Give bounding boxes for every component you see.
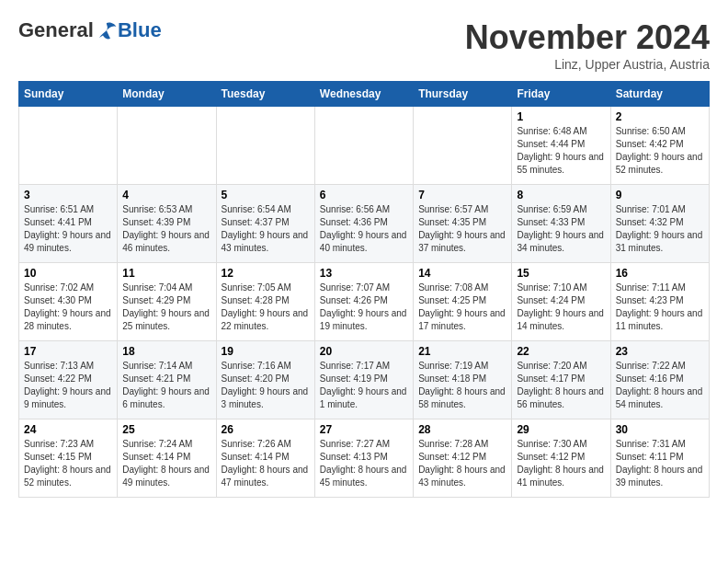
day-info: Sunrise: 6:48 AM Sunset: 4:44 PM Dayligh… <box>517 125 605 177</box>
day-cell: 6Sunrise: 6:56 AM Sunset: 4:36 PM Daylig… <box>314 185 413 263</box>
day-info: Sunrise: 7:13 AM Sunset: 4:22 PM Dayligh… <box>24 360 112 411</box>
day-cell: 12Sunrise: 7:05 AM Sunset: 4:28 PM Dayli… <box>216 263 314 341</box>
week-row-3: 10Sunrise: 7:02 AM Sunset: 4:30 PM Dayli… <box>19 263 710 341</box>
day-info: Sunrise: 7:26 AM Sunset: 4:14 PM Dayligh… <box>222 438 310 489</box>
week-row-5: 24Sunrise: 7:23 AM Sunset: 4:15 PM Dayli… <box>19 419 710 498</box>
day-number: 29 <box>517 423 605 436</box>
day-cell: 9Sunrise: 7:01 AM Sunset: 4:32 PM Daylig… <box>610 185 709 263</box>
day-info: Sunrise: 7:31 AM Sunset: 4:11 PM Dayligh… <box>616 438 704 489</box>
day-cell: 8Sunrise: 6:59 AM Sunset: 4:33 PM Daylig… <box>512 185 610 263</box>
day-cell: 16Sunrise: 7:11 AM Sunset: 4:23 PM Dayli… <box>610 263 709 341</box>
day-cell: 1Sunrise: 6:48 AM Sunset: 4:44 PM Daylig… <box>512 107 610 185</box>
day-cell <box>414 107 512 185</box>
day-cell: 10Sunrise: 7:02 AM Sunset: 4:30 PM Dayli… <box>19 263 118 341</box>
day-cell: 14Sunrise: 7:08 AM Sunset: 4:25 PM Dayli… <box>414 263 512 341</box>
day-number: 11 <box>122 267 210 280</box>
day-cell: 29Sunrise: 7:30 AM Sunset: 4:12 PM Dayli… <box>512 419 610 498</box>
day-info: Sunrise: 6:51 AM Sunset: 4:41 PM Dayligh… <box>24 203 112 255</box>
day-number: 28 <box>418 423 506 436</box>
calendar-table: SundayMondayTuesdayWednesdayThursdayFrid… <box>18 81 710 498</box>
day-cell: 25Sunrise: 7:24 AM Sunset: 4:14 PM Dayli… <box>118 419 216 498</box>
day-info: Sunrise: 7:23 AM Sunset: 4:15 PM Dayligh… <box>24 438 112 489</box>
week-row-2: 3Sunrise: 6:51 AM Sunset: 4:41 PM Daylig… <box>19 185 710 263</box>
day-cell: 4Sunrise: 6:53 AM Sunset: 4:39 PM Daylig… <box>118 185 216 263</box>
day-info: Sunrise: 7:22 AM Sunset: 4:16 PM Dayligh… <box>616 360 704 411</box>
header-cell-saturday: Saturday <box>610 82 709 107</box>
day-info: Sunrise: 7:08 AM Sunset: 4:25 PM Dayligh… <box>418 282 506 333</box>
week-row-1: 1Sunrise: 6:48 AM Sunset: 4:44 PM Daylig… <box>19 107 710 185</box>
day-cell: 7Sunrise: 6:57 AM Sunset: 4:35 PM Daylig… <box>414 185 512 263</box>
day-number: 16 <box>616 267 704 280</box>
logo: General Blue <box>18 18 162 42</box>
day-info: Sunrise: 7:28 AM Sunset: 4:12 PM Dayligh… <box>418 438 506 489</box>
location-subtitle: Linz, Upper Austria, Austria <box>465 57 710 72</box>
day-number: 17 <box>24 345 112 358</box>
day-cell <box>216 107 314 185</box>
day-number: 25 <box>122 423 210 436</box>
day-cell <box>118 107 216 185</box>
day-info: Sunrise: 7:05 AM Sunset: 4:28 PM Dayligh… <box>222 282 310 333</box>
day-number: 22 <box>517 345 605 358</box>
day-info: Sunrise: 6:56 AM Sunset: 4:36 PM Dayligh… <box>320 203 408 255</box>
day-number: 27 <box>320 423 408 436</box>
header-cell-friday: Friday <box>512 82 610 107</box>
day-info: Sunrise: 6:59 AM Sunset: 4:33 PM Dayligh… <box>517 203 605 255</box>
day-number: 6 <box>320 189 408 201</box>
day-info: Sunrise: 7:16 AM Sunset: 4:20 PM Dayligh… <box>222 360 310 411</box>
day-cell: 15Sunrise: 7:10 AM Sunset: 4:24 PM Dayli… <box>512 263 610 341</box>
day-number: 7 <box>418 189 506 201</box>
day-number: 5 <box>222 189 310 201</box>
day-cell: 2Sunrise: 6:50 AM Sunset: 4:42 PM Daylig… <box>610 107 709 185</box>
day-cell: 17Sunrise: 7:13 AM Sunset: 4:22 PM Dayli… <box>19 341 118 419</box>
day-cell: 5Sunrise: 6:54 AM Sunset: 4:37 PM Daylig… <box>216 185 314 263</box>
day-number: 12 <box>222 267 310 280</box>
logo-bird-icon <box>96 19 118 41</box>
day-info: Sunrise: 7:14 AM Sunset: 4:21 PM Dayligh… <box>122 360 210 411</box>
day-number: 13 <box>320 267 408 280</box>
day-info: Sunrise: 7:17 AM Sunset: 4:19 PM Dayligh… <box>320 360 408 411</box>
day-number: 30 <box>616 423 704 436</box>
day-cell: 26Sunrise: 7:26 AM Sunset: 4:14 PM Dayli… <box>216 419 314 498</box>
week-row-4: 17Sunrise: 7:13 AM Sunset: 4:22 PM Dayli… <box>19 341 710 419</box>
logo-general-text: General <box>18 18 94 42</box>
day-number: 19 <box>222 345 310 358</box>
day-cell: 18Sunrise: 7:14 AM Sunset: 4:21 PM Dayli… <box>118 341 216 419</box>
day-cell: 24Sunrise: 7:23 AM Sunset: 4:15 PM Dayli… <box>19 419 118 498</box>
day-number: 3 <box>24 189 112 201</box>
day-cell: 13Sunrise: 7:07 AM Sunset: 4:26 PM Dayli… <box>314 263 413 341</box>
header-cell-tuesday: Tuesday <box>216 82 314 107</box>
day-number: 26 <box>222 423 310 436</box>
day-cell <box>314 107 413 185</box>
day-info: Sunrise: 6:54 AM Sunset: 4:37 PM Dayligh… <box>222 203 310 255</box>
day-cell: 30Sunrise: 7:31 AM Sunset: 4:11 PM Dayli… <box>610 419 709 498</box>
day-number: 21 <box>418 345 506 358</box>
day-info: Sunrise: 7:19 AM Sunset: 4:18 PM Dayligh… <box>418 360 506 411</box>
day-info: Sunrise: 7:10 AM Sunset: 4:24 PM Dayligh… <box>517 282 605 333</box>
month-title: November 2024 <box>465 18 710 57</box>
day-number: 24 <box>24 423 112 436</box>
day-cell: 27Sunrise: 7:27 AM Sunset: 4:13 PM Dayli… <box>314 419 413 498</box>
day-number: 1 <box>517 110 605 123</box>
day-info: Sunrise: 6:57 AM Sunset: 4:35 PM Dayligh… <box>418 203 506 255</box>
day-cell: 23Sunrise: 7:22 AM Sunset: 4:16 PM Dayli… <box>610 341 709 419</box>
day-cell: 11Sunrise: 7:04 AM Sunset: 4:29 PM Dayli… <box>118 263 216 341</box>
day-cell: 3Sunrise: 6:51 AM Sunset: 4:41 PM Daylig… <box>19 185 118 263</box>
header-row: SundayMondayTuesdayWednesdayThursdayFrid… <box>19 82 710 107</box>
day-number: 18 <box>122 345 210 358</box>
day-number: 14 <box>418 267 506 280</box>
day-info: Sunrise: 7:11 AM Sunset: 4:23 PM Dayligh… <box>616 282 704 333</box>
calendar-body: 1Sunrise: 6:48 AM Sunset: 4:44 PM Daylig… <box>19 107 710 498</box>
day-number: 10 <box>24 267 112 280</box>
day-info: Sunrise: 7:01 AM Sunset: 4:32 PM Dayligh… <box>616 203 704 255</box>
header-cell-wednesday: Wednesday <box>314 82 413 107</box>
header-cell-thursday: Thursday <box>414 82 512 107</box>
day-info: Sunrise: 7:04 AM Sunset: 4:29 PM Dayligh… <box>122 282 210 333</box>
logo-blue-text: Blue <box>118 18 162 42</box>
day-cell: 22Sunrise: 7:20 AM Sunset: 4:17 PM Dayli… <box>512 341 610 419</box>
day-info: Sunrise: 6:50 AM Sunset: 4:42 PM Dayligh… <box>616 125 704 177</box>
day-info: Sunrise: 7:07 AM Sunset: 4:26 PM Dayligh… <box>320 282 408 333</box>
day-number: 2 <box>616 110 704 123</box>
day-info: Sunrise: 7:24 AM Sunset: 4:14 PM Dayligh… <box>122 438 210 489</box>
day-cell: 20Sunrise: 7:17 AM Sunset: 4:19 PM Dayli… <box>314 341 413 419</box>
day-number: 15 <box>517 267 605 280</box>
